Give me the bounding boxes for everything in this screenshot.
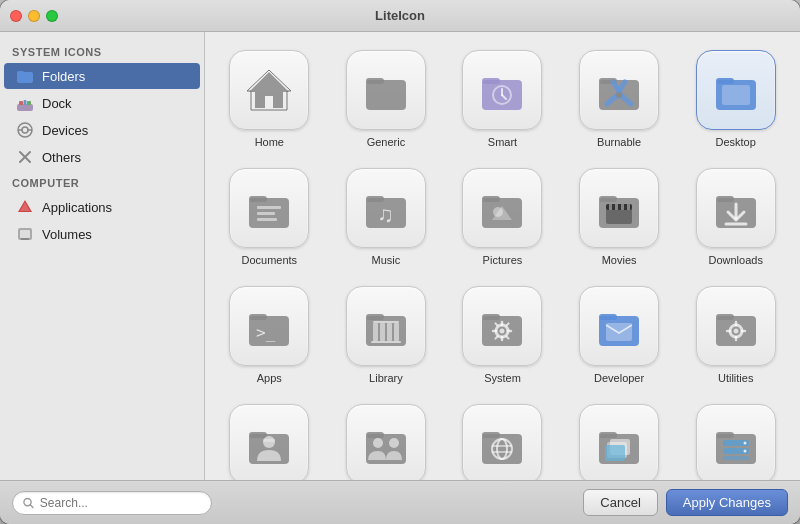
svg-point-7: [22, 127, 28, 133]
icon-label-library: Library: [369, 372, 403, 384]
icon-box-documents: [229, 168, 309, 248]
sidebar-item-others[interactable]: Others: [4, 144, 200, 170]
icon-box-utilities: [696, 286, 776, 366]
icon-box-public: [462, 404, 542, 480]
sidebar-section-system: SYSTEM ICONS: [0, 40, 204, 62]
icon-cell-burnable[interactable]: Burnable: [563, 42, 676, 156]
icon-label-pictures: Pictures: [483, 254, 523, 266]
svg-rect-1: [17, 71, 24, 74]
svg-rect-92: [249, 432, 267, 438]
icon-cell-group[interactable]: Group: [330, 396, 443, 480]
icon-cell-documents[interactable]: Documents: [213, 160, 326, 274]
titlebar: LiteIcon: [0, 0, 800, 32]
svg-rect-109: [605, 445, 625, 461]
icon-cell-movies[interactable]: Movies: [563, 160, 676, 274]
search-input[interactable]: [40, 496, 201, 510]
content-area: SYSTEM ICONS Folders: [0, 32, 800, 480]
sidebar-item-dock[interactable]: Dock: [4, 90, 200, 116]
icon-box-desktop: [696, 50, 776, 130]
main-window: LiteIcon SYSTEM ICONS Folders: [0, 0, 800, 524]
svg-rect-32: [722, 85, 750, 105]
svg-rect-67: [373, 321, 399, 323]
icon-cell-users[interactable]: Users: [213, 396, 326, 480]
icon-cell-music[interactable]: ♫ Music: [330, 160, 443, 274]
svg-rect-4: [24, 100, 27, 105]
svg-rect-19: [366, 80, 406, 110]
icon-cell-utilities[interactable]: Utilities: [679, 278, 792, 392]
icon-label-system: System: [484, 372, 521, 384]
icon-box-generic: [346, 50, 426, 130]
sidebar-item-volumes[interactable]: Volumes: [4, 221, 200, 247]
svg-rect-100: [482, 432, 500, 438]
icon-cell-apps[interactable]: >_ Apps: [213, 278, 326, 392]
svg-rect-65: [394, 323, 399, 341]
svg-rect-66: [371, 341, 401, 343]
icon-cell-smart[interactable]: Smart: [446, 42, 559, 156]
icon-cell-desktop[interactable]: Desktop: [679, 42, 792, 156]
icon-cell-pictures[interactable]: Pictures: [446, 160, 559, 274]
icon-box-movies: [579, 168, 659, 248]
bottombar: Cancel Apply Changes: [0, 480, 800, 524]
svg-point-116: [743, 450, 746, 453]
others-icon: [16, 148, 34, 166]
maximize-button[interactable]: [46, 10, 58, 22]
icon-cell-developer[interactable]: Developer: [563, 278, 676, 392]
sidebar-section-computer: COMPUTER: [0, 171, 204, 193]
svg-rect-54: [716, 196, 734, 202]
icon-cell-sites[interactable]: Sites: [563, 396, 676, 480]
icon-box-burnable: [579, 50, 659, 130]
svg-rect-34: [249, 196, 267, 202]
svg-text:>_: >_: [256, 323, 276, 342]
svg-rect-2: [17, 104, 33, 111]
icon-label-music: Music: [372, 254, 401, 266]
svg-rect-62: [373, 323, 378, 341]
sidebar: SYSTEM ICONS Folders: [0, 32, 205, 480]
svg-rect-16: [21, 238, 29, 240]
svg-line-118: [30, 504, 33, 507]
icon-label-desktop: Desktop: [716, 136, 756, 148]
svg-rect-64: [387, 323, 392, 341]
svg-marker-17: [249, 72, 289, 108]
svg-rect-37: [257, 218, 277, 221]
sidebar-item-folders[interactable]: Folders: [4, 63, 200, 89]
icon-cell-system[interactable]: System: [446, 278, 559, 392]
svg-rect-3: [19, 101, 23, 105]
svg-rect-61: [366, 314, 384, 320]
svg-rect-35: [257, 206, 281, 209]
minimize-button[interactable]: [28, 10, 40, 22]
icon-grid-area: Home Generic: [205, 32, 800, 480]
icon-cell-downloads[interactable]: Downloads: [679, 160, 792, 274]
icon-box-users: [229, 404, 309, 480]
svg-rect-20: [366, 78, 384, 84]
icon-cell-server-apps[interactable]: Server Apps: [679, 396, 792, 480]
icon-cell-generic[interactable]: Generic: [330, 42, 443, 156]
svg-rect-111: [716, 432, 734, 438]
icon-label-utilities: Utilities: [718, 372, 753, 384]
search-box[interactable]: [12, 491, 212, 515]
icon-grid: Home Generic: [213, 42, 792, 480]
svg-rect-51: [621, 204, 624, 210]
icon-box-home: [229, 50, 309, 130]
sidebar-item-applications[interactable]: Applications: [4, 194, 200, 220]
icon-box-smart: [462, 50, 542, 130]
svg-rect-31: [716, 78, 734, 84]
cancel-button[interactable]: Cancel: [583, 489, 657, 516]
icon-box-system: [462, 286, 542, 366]
icon-label-downloads: Downloads: [708, 254, 762, 266]
applications-icon: [16, 198, 34, 216]
close-button[interactable]: [10, 10, 22, 22]
icon-cell-home[interactable]: Home: [213, 42, 326, 156]
sidebar-item-devices[interactable]: Devices: [4, 117, 200, 143]
icon-box-apps: >_: [229, 286, 309, 366]
icon-cell-library[interactable]: Library: [330, 278, 443, 392]
svg-point-86: [733, 329, 738, 334]
icon-box-sites: [579, 404, 659, 480]
svg-rect-58: [249, 314, 267, 320]
icon-box-server-apps: [696, 404, 776, 480]
search-icon: [23, 497, 34, 509]
svg-rect-81: [599, 314, 617, 320]
icon-cell-public[interactable]: Public: [446, 396, 559, 480]
apply-changes-button[interactable]: Apply Changes: [666, 489, 788, 516]
svg-rect-42: [482, 196, 500, 202]
svg-point-29: [616, 92, 622, 98]
